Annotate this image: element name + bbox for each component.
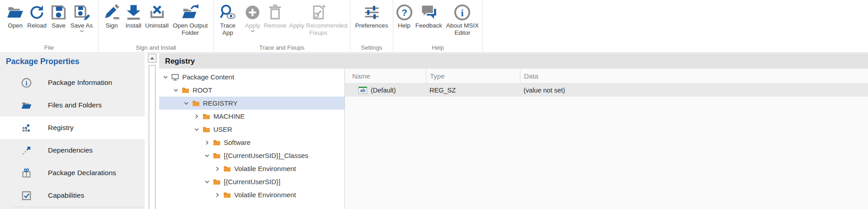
reload-icon <box>28 2 45 22</box>
registry-values-table: Name Type Data ab (Default) REG_SZ (valu… <box>345 69 868 209</box>
scrollbar-thumb[interactable] <box>149 65 156 209</box>
tree-row-software[interactable]: Software <box>159 136 344 149</box>
ribbon-button-preferences[interactable]: Preferences <box>351 2 392 29</box>
svg-text:i: i <box>25 79 27 86</box>
chevron-right-icon[interactable] <box>193 113 200 120</box>
registry-icon <box>21 122 32 133</box>
sidebar-item-package-declarations[interactable]: Package Declarations <box>0 162 145 184</box>
info-icon: i <box>21 77 32 88</box>
ribbon-button-trace-app[interactable]: Trace App <box>214 2 242 37</box>
ribbon-button-open-output-folder[interactable]: Open Output Folder <box>170 2 211 37</box>
value-name-cell: ab (Default) <box>345 87 426 94</box>
uninstall-icon <box>149 2 165 22</box>
ribbon-group-settings: Preferences Settings <box>350 0 393 52</box>
ribbon-button-sign[interactable]: Sign <box>101 2 123 29</box>
ribbon-button-save[interactable]: Save <box>48 2 70 29</box>
scroll-up-button[interactable] <box>148 54 156 63</box>
value-data-cell: (value not set) <box>520 87 868 94</box>
table-row[interactable]: ab (Default) REG_SZ (value not set) <box>345 84 868 97</box>
folder-icon <box>213 152 221 159</box>
ribbon-button-feedback[interactable]: Feedback <box>415 2 443 29</box>
files-folder-icon <box>21 100 32 111</box>
value-name: (Default) <box>371 87 396 94</box>
value-type-cell: REG_SZ <box>426 87 520 94</box>
chevron-right-icon[interactable] <box>203 139 211 146</box>
ribbon-button-install[interactable]: Install <box>123 2 144 29</box>
chevron-down-icon[interactable] <box>203 152 211 159</box>
ribbon-group-label: Sign and Install <box>99 44 213 51</box>
feedback-icon <box>420 2 437 22</box>
sidebar-item-capabilities[interactable]: Capabilities <box>0 184 145 207</box>
svg-text:?: ? <box>401 7 407 18</box>
string-value-icon: ab <box>359 87 367 94</box>
vertical-scrollbar[interactable] <box>145 53 159 209</box>
fixups-icon <box>310 2 327 22</box>
capabilities-icon <box>21 190 32 201</box>
sidebar-item-dependencies[interactable]: Dependencies <box>0 139 145 162</box>
folder-icon <box>223 191 231 199</box>
tree-row-root[interactable]: ROOT <box>159 84 344 97</box>
ribbon-group-label: Trace and Fixups <box>214 44 350 51</box>
ribbon-button-apply[interactable]: Apply <box>242 2 264 34</box>
save-icon <box>50 2 67 22</box>
tree-row-volatile-environment[interactable]: Volatile Environment <box>159 188 344 201</box>
ribbon-button-about-msix-editor[interactable]: i About MSIX Editor <box>443 2 482 37</box>
tree-row-currentusersid[interactable]: [{CurrentUserSID}] <box>159 175 344 188</box>
main-panel: Registry Package Content ROOT REGISTRY M… <box>159 53 868 209</box>
sign-icon <box>104 2 120 22</box>
folder-icon <box>213 139 221 146</box>
ribbon-button-uninstall[interactable]: Uninstall <box>144 2 170 29</box>
help-icon: ? <box>396 2 413 22</box>
apply-icon <box>244 2 261 22</box>
chevron-right-icon[interactable] <box>214 191 221 199</box>
tree-row-currentusersid-classes[interactable]: [{CurrentUserSID}]_Classes <box>159 149 344 162</box>
chevron-right-icon[interactable] <box>214 165 221 172</box>
chevron-down-icon[interactable] <box>193 126 200 133</box>
tree-row-user[interactable]: USER <box>159 123 344 136</box>
ribbon-button-apply-recommended-fixups[interactable]: Apply Recommended Fixups <box>287 2 350 37</box>
tree-row-package-content[interactable]: Package Content <box>159 70 344 84</box>
tree-row-registry[interactable]: REGISTRY <box>159 97 344 110</box>
install-icon <box>125 2 142 22</box>
sidebar-title: Package Properties <box>0 53 145 71</box>
ribbon-button-remove[interactable]: Remove <box>264 2 287 29</box>
sidebar-divider <box>14 207 145 207</box>
sidebar-item-package-information[interactable]: i Package Information <box>0 71 145 94</box>
declarations-icon <box>21 167 32 178</box>
tree-row-volatile-environment[interactable]: Volatile Environment <box>159 162 344 175</box>
ribbon-group-label: Help <box>393 44 482 51</box>
dropdown-chevron-icon[interactable] <box>80 30 84 34</box>
main-body: Package Content ROOT REGISTRY MACHINE US… <box>159 69 868 209</box>
ribbon-button-help[interactable]: ? Help <box>393 2 415 29</box>
chevron-down-icon[interactable] <box>162 74 169 81</box>
sidebar: Package Properties i Package Information… <box>0 53 145 209</box>
scroll-up-icon <box>150 57 154 60</box>
save-as-icon <box>73 2 90 22</box>
content-area: Package Properties i Package Information… <box>0 53 868 209</box>
ribbon-toolbar: Open Reload Save Save As File Sign Insta… <box>0 0 868 53</box>
table-header: Name Type Data <box>345 69 868 84</box>
column-header-type[interactable]: Type <box>426 69 520 83</box>
ribbon-group-trace-and-fixups: Trace App Apply Remove Apply Recommended… <box>214 0 350 52</box>
dropdown-chevron-icon[interactable] <box>250 30 255 34</box>
open-output-folder-icon <box>182 2 198 22</box>
column-header-name[interactable]: Name <box>345 69 426 83</box>
ribbon-button-reload[interactable]: Reload <box>26 2 48 29</box>
page-title: Registry <box>159 53 868 69</box>
ribbon-button-open[interactable]: Open <box>5 2 26 29</box>
about-icon: i <box>454 2 471 22</box>
chevron-down-icon[interactable] <box>183 100 190 107</box>
sidebar-item-files-and-folders[interactable]: Files and Folders <box>0 94 145 116</box>
ribbon-group-label: File <box>0 44 98 51</box>
dependencies-icon <box>21 145 32 156</box>
folder-icon <box>213 178 221 186</box>
ribbon-group-help: ? Help Feedback i About MSIX Editor Help <box>393 0 483 52</box>
folder-icon <box>223 165 231 172</box>
column-header-data[interactable]: Data <box>520 69 868 83</box>
sidebar-item-registry[interactable]: Registry <box>0 116 145 139</box>
tree-row-machine[interactable]: MACHINE <box>159 110 344 123</box>
ribbon-button-save-as[interactable]: Save As <box>70 2 94 34</box>
remove-icon <box>267 2 283 22</box>
chevron-down-icon[interactable] <box>172 87 179 94</box>
chevron-down-icon[interactable] <box>203 178 211 186</box>
